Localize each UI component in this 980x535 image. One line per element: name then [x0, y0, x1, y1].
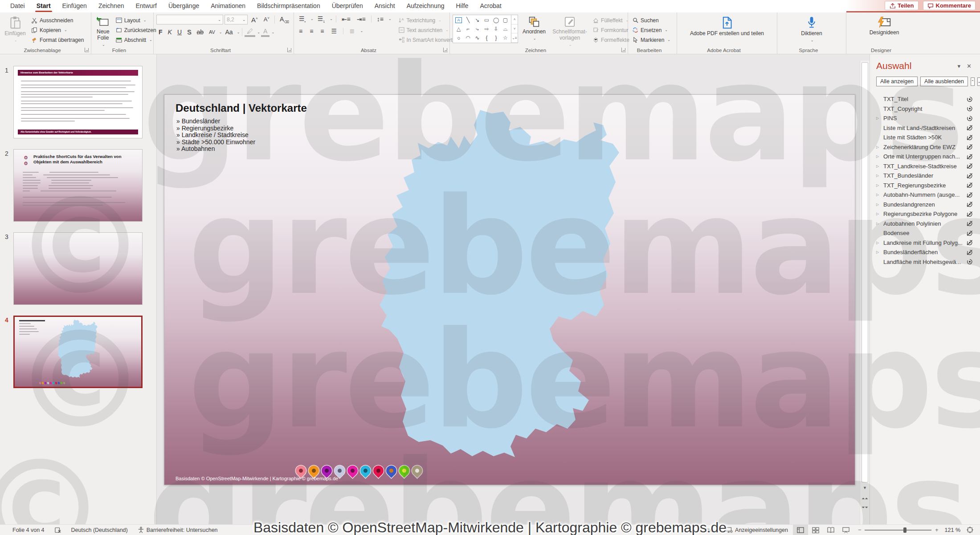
selection-item[interactable]: ▷ TXT_Regierungsbezirke — [876, 181, 975, 190]
oval-shape-icon[interactable]: ◯ — [491, 16, 501, 24]
map-pin[interactable] — [410, 463, 425, 478]
rectangle-shape-icon[interactable]: ▭ — [482, 16, 491, 24]
dialog-launcher-icon[interactable] — [443, 48, 448, 52]
arrange-button[interactable]: Anordnen ⌄ — [520, 15, 548, 42]
highlight-color-button[interactable]: 🖊 — [245, 27, 255, 37]
close-icon[interactable]: ✕ — [964, 63, 975, 69]
visibility-toggle[interactable] — [965, 172, 975, 179]
menu-tab[interactable]: Start — [31, 0, 57, 12]
zoom-slider[interactable]: − + — [853, 527, 943, 533]
visibility-toggle[interactable] — [965, 143, 975, 150]
selection-item[interactable]: ▷ Autobahnen Polylinien — [876, 219, 975, 229]
selection-item[interactable]: ▷ Bundesländerflächen — [876, 247, 975, 257]
italic-button[interactable]: K — [166, 28, 174, 36]
arc-shape-icon[interactable]: ◠ — [463, 33, 473, 42]
line-shape-icon[interactable]: ╲ — [463, 16, 473, 24]
decrease-font-button[interactable]: A˅ — [261, 16, 272, 23]
dialog-launcher-icon[interactable] — [85, 48, 89, 52]
triangle-shape-icon[interactable]: △ — [454, 24, 463, 33]
expand-triangle-icon[interactable]: ▷ — [876, 222, 883, 226]
select-button[interactable]: Markieren ⌄ — [631, 35, 672, 45]
selection-item[interactable]: ▷ Liste mit Land-/Stadtkreisen — [876, 123, 975, 133]
normal-view-button[interactable] — [793, 525, 808, 535]
selection-item[interactable]: ▷ Autobahn-Nummern (ausge... — [876, 190, 975, 200]
design-ideas-button[interactable]: Designideen — [860, 15, 909, 37]
visibility-toggle[interactable] — [965, 96, 975, 103]
expand-triangle-icon[interactable]: ▷ — [876, 174, 883, 178]
next-slide-icon[interactable]: ⏷⏷ — [860, 504, 870, 511]
cut-button[interactable]: Ausschneiden — [29, 16, 86, 25]
line-spacing-button[interactable]: ↕≡ — [375, 15, 386, 23]
selection-item[interactable]: ▷ TXT_Copyright — [876, 104, 975, 114]
visibility-toggle[interactable] — [965, 258, 975, 265]
scroll-down-icon[interactable]: ▼ — [860, 484, 870, 491]
underline-button[interactable]: U — [175, 28, 184, 36]
visibility-toggle[interactable] — [965, 115, 975, 122]
rounded-rect-shape-icon[interactable]: ▢ — [501, 16, 510, 24]
selection-item[interactable]: ▷ Landfläche mit Hoheitsgewä... — [876, 257, 975, 267]
adobe-pdf-button[interactable]: Adobe PDF erstellen und teilen — [685, 15, 769, 38]
slide-title-textbox[interactable]: Deutschland | Vektorkarte — [176, 102, 307, 114]
slide-copyright-text[interactable]: Basisdaten © OpenStreetMap-Mitwirkende |… — [176, 476, 338, 481]
visibility-toggle[interactable] — [965, 211, 975, 218]
align-right-button[interactable]: ≡ — [318, 27, 326, 35]
bold-button[interactable]: F — [156, 28, 165, 36]
slide-canvas[interactable]: Deutschland | Vektorkarte » Bundesländer… — [164, 94, 855, 485]
scribble-shape-icon[interactable]: ৩ — [454, 33, 463, 42]
increase-font-button[interactable]: A˄ — [249, 16, 260, 24]
display-settings-button[interactable]: Anzeigeeinstellungen — [721, 525, 793, 535]
columns-button[interactable]: ▥ — [347, 28, 356, 34]
pane-menu-icon[interactable]: ▾ — [955, 63, 964, 69]
thumbnail-slide-1[interactable]: 1 Hinweise zum Bearbeiten der Vektorkart… — [0, 66, 156, 138]
selection-item[interactable]: ▷ Regierungsbezirke Polygone — [876, 209, 975, 219]
selection-item[interactable]: ▷ PINS — [876, 113, 975, 123]
comments-button[interactable]: Kommentare — [923, 1, 976, 10]
map-pin[interactable] — [397, 463, 412, 478]
justify-button[interactable]: ☰ — [329, 27, 339, 35]
gallery-scroll-down-icon[interactable]: ˅ — [511, 24, 518, 34]
move-down-button[interactable]: ⌄ — [977, 77, 980, 86]
visibility-toggle[interactable] — [965, 134, 975, 141]
expand-triangle-icon[interactable]: ▷ — [876, 250, 883, 254]
spellcheck-button[interactable] — [49, 525, 66, 535]
accessibility-checker[interactable]: Barrierefreiheit: Untersuchen — [133, 525, 223, 535]
text-shadow-button[interactable]: S — [185, 28, 193, 36]
menu-tab[interactable]: Überprüfen — [326, 0, 369, 12]
freeform-shape-icon[interactable]: ⌓ — [501, 24, 510, 33]
expand-triangle-icon[interactable]: ▷ — [876, 241, 883, 245]
expand-triangle-icon[interactable]: ▷ — [876, 145, 883, 149]
curve-shape-icon[interactable]: ∿ — [473, 33, 482, 42]
visibility-toggle[interactable] — [965, 124, 975, 131]
reading-view-button[interactable] — [823, 525, 838, 535]
zoom-out-icon[interactable]: − — [858, 527, 861, 533]
visibility-toggle[interactable] — [965, 239, 975, 246]
menu-tab[interactable]: Einfügen — [57, 0, 93, 12]
textbox-shape-icon[interactable]: A — [455, 17, 462, 23]
decrease-indent-button[interactable]: ⇤≡ — [339, 15, 353, 23]
menu-tab[interactable]: Entwurf — [130, 0, 162, 12]
format-painter-button[interactable]: Format übertragen — [29, 35, 86, 45]
menu-tab[interactable]: Bildschirmpräsentation — [251, 0, 326, 12]
block-arrow-down-icon[interactable]: ⇩ — [491, 24, 501, 33]
gallery-scroll-up-icon[interactable]: ˄ — [511, 15, 518, 24]
germany-map-shape[interactable] — [377, 107, 633, 479]
selection-item[interactable]: ▷ Bodensee — [876, 228, 975, 238]
thumbnail-slide-2[interactable]: 2 ⚙⚙ Praktische ShortCuts für das Verwal… — [0, 149, 156, 222]
increase-indent-button[interactable]: ⇥≡ — [355, 15, 368, 23]
visibility-toggle[interactable] — [965, 182, 975, 189]
menu-tab[interactable]: Hilfe — [450, 0, 474, 12]
character-spacing-button[interactable]: AV — [207, 29, 217, 35]
expand-triangle-icon[interactable]: ▷ — [876, 183, 883, 187]
scrollbar-thumb[interactable] — [862, 62, 868, 482]
expand-triangle-icon[interactable]: ▷ — [876, 154, 883, 158]
section-button[interactable]: Abschnitt ⌄ — [114, 35, 158, 45]
font-name-combo[interactable]: ⌄ — [156, 15, 223, 24]
replace-button[interactable]: bc Ersetzen ⌄ — [631, 25, 672, 35]
star-shape-icon[interactable]: ☆ — [501, 33, 510, 42]
numbering-button[interactable]: ☰1 — [315, 15, 327, 24]
change-case-button[interactable]: Aa — [223, 28, 235, 36]
selection-item[interactable]: ▷ Bundeslandgrenzen — [876, 200, 975, 210]
arrow-shape-icon[interactable]: ↘ — [473, 16, 482, 24]
new-slide-button[interactable]: Neue Folie ⌄ — [94, 15, 112, 48]
gallery-more-icon[interactable]: ⌄≡ — [511, 33, 518, 43]
